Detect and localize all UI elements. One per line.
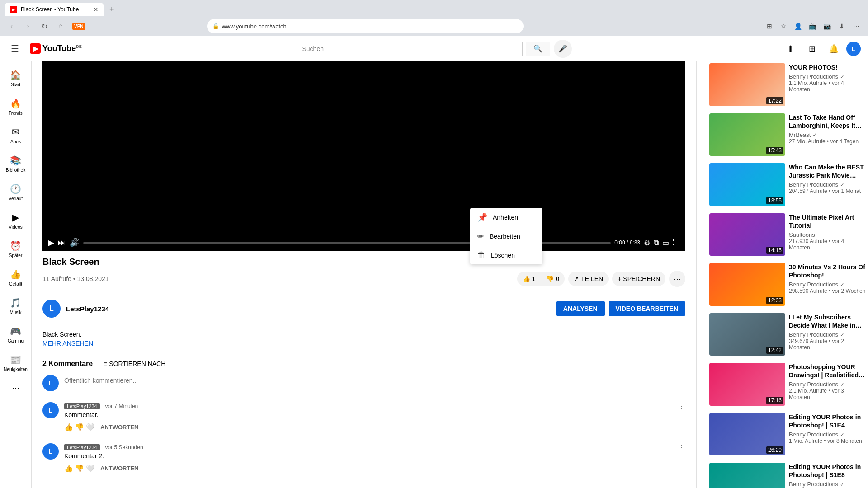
context-menu-delete[interactable]: 🗑 Löschen xyxy=(470,246,542,264)
rec-title-6: Photoshopping YOUR Drawings! | Realistif… xyxy=(789,363,866,379)
comment-dislike-button-1[interactable]: 👎 xyxy=(75,423,84,432)
more-options-button[interactable]: ⋯ xyxy=(669,271,685,287)
download-button[interactable]: ⬇ xyxy=(835,20,848,33)
like-dislike-wrap: 👍 1 👎 0 xyxy=(517,272,565,286)
active-tab[interactable]: Black Screen - YouTube ✕ xyxy=(5,3,104,16)
sidebar-item-news[interactable]: 📰 Neuigkeiten xyxy=(1,350,30,376)
video-area: ▶ ⏭ 🔊 0:00 / 6:33 ⚙ ⧉ ▭ ⛶ xyxy=(32,61,696,488)
sidebar-item-subscriptions[interactable]: ✉ Abos xyxy=(1,122,30,149)
menu-button[interactable]: ⋯ xyxy=(850,20,863,33)
rec-video-0[interactable]: 17:22 YOUR PHOTOS! Benny Productions ✓ 1… xyxy=(708,61,868,108)
sidebar-item-history[interactable]: 🕐 Verlauf xyxy=(1,179,30,206)
extensions-button[interactable]: ⊞ xyxy=(763,20,776,33)
screenshot-button[interactable]: 📷 xyxy=(821,20,834,33)
comment-heart-button-2[interactable]: 🤍 xyxy=(86,464,95,473)
yt-region: DE xyxy=(76,44,82,49)
rec-video-5[interactable]: 12:42 I Let My Subscribers Decide What I… xyxy=(708,311,868,358)
yt-logo[interactable]: ▶ YouTubeDE xyxy=(30,43,82,54)
videos-icon: ▶ xyxy=(12,212,19,223)
rec-video-8[interactable]: 14:57 Editing YOUR Photos in Photoshop! … xyxy=(708,461,868,488)
comment-like-button-1[interactable]: 👍 xyxy=(64,423,73,432)
miniplayer-button[interactable]: ⧉ xyxy=(654,239,659,247)
avatar[interactable]: L xyxy=(846,42,861,56)
comment-reply-button-2[interactable]: ANTWORTEN xyxy=(97,463,142,474)
context-menu-edit[interactable]: ✏ Bearbeiten xyxy=(470,227,542,246)
save-button[interactable]: + SPEICHERN xyxy=(612,272,665,286)
comment-menu-button-1[interactable]: ⋮ xyxy=(678,402,685,411)
rec-info-7: Editing YOUR Photos in Photoshop! | S1E4… xyxy=(789,413,866,456)
video-player[interactable]: ▶ ⏭ 🔊 0:00 / 6:33 ⚙ ⧉ ▭ ⛶ xyxy=(42,61,685,251)
comment-item-1: L LetsPlay1234 vor 7 Minuten Kommentar. … xyxy=(42,402,685,432)
search-input[interactable] xyxy=(297,42,522,56)
tab-close-button[interactable]: ✕ xyxy=(93,6,99,13)
cast-button[interactable]: 📺 xyxy=(807,20,819,33)
notifications-button[interactable]: 🔔 xyxy=(825,40,843,58)
play-button[interactable]: ▶ xyxy=(48,238,54,248)
comment-heart-button-1[interactable]: 🤍 xyxy=(86,423,95,432)
channel-name[interactable]: LetsPlay1234 xyxy=(66,305,109,313)
comment-dislike-button-2[interactable]: 👎 xyxy=(75,464,84,473)
delete-icon: 🗑 xyxy=(477,250,486,260)
edit-video-button[interactable]: VIDEO BEARBEITEN xyxy=(609,301,685,316)
volume-button[interactable]: 🔊 xyxy=(70,238,80,248)
sort-button[interactable]: ≡ SORTIEREN NACH xyxy=(104,360,165,367)
comment-menu-button-2[interactable]: ⋮ xyxy=(678,443,685,452)
url-bar[interactable]: 🔒 www.youtube.com/watch xyxy=(207,19,524,33)
rec-video-7[interactable]: 26:29 Editing YOUR Photos in Photoshop! … xyxy=(708,411,868,458)
show-more-button[interactable]: MEHR ANSEHEN xyxy=(42,340,685,347)
context-menu-pin[interactable]: 📌 Anheften xyxy=(470,208,542,227)
comment-time-2: vor 5 Sekunden xyxy=(105,444,143,450)
sidebar-item-liked[interactable]: 👍 Gefällt xyxy=(1,264,30,291)
profile-button[interactable]: 👤 xyxy=(792,20,805,33)
settings-button[interactable]: ⚙ xyxy=(644,239,650,247)
sidebar-item-trending[interactable]: 🔥 Trends xyxy=(1,94,30,120)
rec-info-2: Who Can Make the BEST Jurassic Park Movi… xyxy=(789,163,866,206)
sidebar-item-gaming[interactable]: 🎮 Gaming xyxy=(1,321,30,348)
analyze-button[interactable]: ANALYSEN xyxy=(556,301,605,316)
home-button[interactable]: ⌂ xyxy=(54,20,67,33)
comment-reply-button-1[interactable]: ANTWORTEN xyxy=(97,422,142,432)
rec-channel-1: MrBeast ✓ xyxy=(789,131,866,138)
upload-button[interactable]: ⬆ xyxy=(781,40,799,58)
sidebar-item-videos[interactable]: ▶ Videos xyxy=(1,207,30,234)
share-button[interactable]: ↗ TEILEN xyxy=(568,272,609,286)
sidebar-item-library[interactable]: 📚 Bibliothek xyxy=(1,150,30,177)
dislike-button[interactable]: 👎 0 xyxy=(541,272,565,286)
like-button[interactable]: 👍 1 xyxy=(517,272,541,286)
rec-duration-6: 17:16 xyxy=(766,397,783,404)
new-tab-button[interactable]: + xyxy=(106,5,118,14)
sidebar-item-more[interactable]: ··· xyxy=(1,378,30,398)
rec-video-3[interactable]: 14:15 The Ultimate Pixel Art Tutorial Sa… xyxy=(708,211,868,258)
rec-video-4[interactable]: 12:33 30 Minutes Vs 2 Hours Of Photoshop… xyxy=(708,261,868,308)
forward-button[interactable]: › xyxy=(22,20,34,33)
rec-video-6[interactable]: 17:16 Photoshopping YOUR Drawings! | Rea… xyxy=(708,361,868,408)
rec-video-2[interactable]: 13:55 Who Can Make the BEST Jurassic Par… xyxy=(708,161,868,208)
sidebar-label-home: Start xyxy=(11,82,20,87)
rec-duration-0: 17:22 xyxy=(766,97,783,104)
add-comment-row: L xyxy=(42,375,685,391)
video-description: Black Screen. MEHR ANSEHEN xyxy=(42,325,685,352)
bookmark-button[interactable]: ☆ xyxy=(778,20,790,33)
sidebar-label-liked: Gefällt xyxy=(9,282,22,286)
sidebar-item-watchlater[interactable]: ⏰ Später xyxy=(1,236,30,263)
comment-input[interactable] xyxy=(64,375,685,386)
search-button[interactable]: 🔍 xyxy=(526,42,550,56)
hamburger-menu[interactable]: ☰ xyxy=(7,40,23,58)
comment-text-1: Kommentar. xyxy=(64,411,685,418)
video-stats: 11 Aufrufe • 13.08.2021 xyxy=(42,275,109,282)
sidebar-item-home[interactable]: 🏠 Start xyxy=(1,65,30,92)
comment-like-button-2[interactable]: 👍 xyxy=(64,464,73,473)
apps-button[interactable]: ⊞ xyxy=(803,40,821,58)
skip-button[interactable]: ⏭ xyxy=(58,238,66,248)
sidebar-item-music[interactable]: 🎵 Musik xyxy=(1,293,30,319)
mic-button[interactable]: 🎤 xyxy=(554,40,572,58)
fullscreen-button[interactable]: ⛶ xyxy=(673,239,680,247)
library-icon: 📚 xyxy=(10,155,21,166)
rec-video-1[interactable]: 15:43 Last To Take Hand Off Lamborghini,… xyxy=(708,112,868,158)
channel-avatar[interactable]: L xyxy=(42,300,61,318)
theater-button[interactable]: ▭ xyxy=(662,239,669,247)
reload-button[interactable]: ↻ xyxy=(38,20,51,33)
back-button[interactable]: ‹ xyxy=(5,20,18,33)
subscriptions-icon: ✉ xyxy=(12,127,19,137)
comment-body-2: LetsPlay1234 vor 5 Sekunden Kommentar 2.… xyxy=(64,443,685,474)
